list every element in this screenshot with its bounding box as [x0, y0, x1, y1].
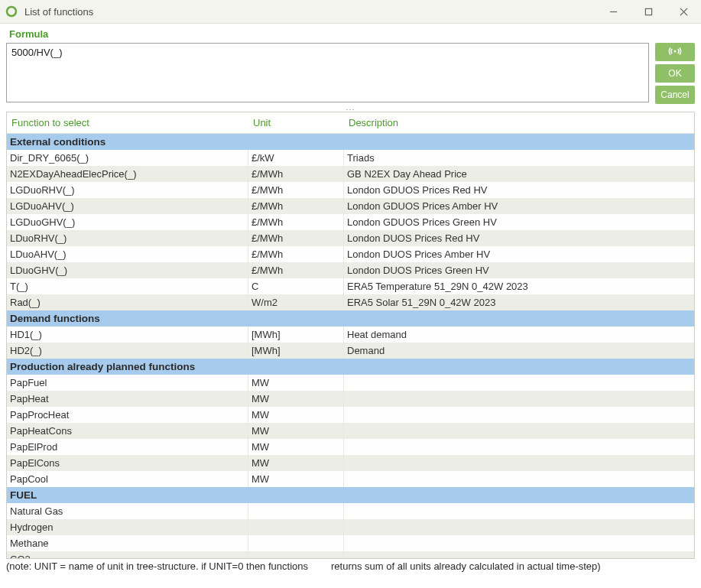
footer-note-b: returns sum of all units already calcula… — [331, 560, 601, 572]
cell-unit — [248, 535, 344, 551]
cell-function: HD2(_) — [7, 343, 248, 359]
cell-function: CO2 — [7, 551, 248, 558]
table-row[interactable]: T(_)CERA5 Temperature 51_29N 0_42W 2023 — [7, 278, 694, 294]
cell-function: N2EXDayAheadElecPrice(_) — [7, 166, 248, 182]
minimize-button[interactable] — [596, 0, 631, 23]
broadcast-button[interactable] — [655, 43, 695, 61]
header-unit[interactable]: Unit — [248, 117, 344, 128]
broadcast-icon — [668, 46, 682, 59]
cell-description — [344, 519, 694, 535]
cell-function: PapFuel — [7, 375, 248, 391]
header-function[interactable]: Function to select — [7, 117, 248, 128]
cell-function: Rad(_) — [7, 294, 248, 310]
svg-point-5 — [674, 50, 677, 52]
table-row[interactable]: LGDuoRHV(_)£/MWhLondon GDUOS Prices Red … — [7, 182, 694, 198]
cell-function: PapElCons — [7, 455, 248, 471]
cell-unit: £/MWh — [248, 166, 344, 182]
cell-unit: [MWh] — [248, 343, 344, 359]
table-row[interactable]: N2EXDayAheadElecPrice(_)£/MWhGB N2EX Day… — [7, 166, 694, 182]
cell-description — [344, 375, 694, 391]
table-row[interactable]: PapFuelMW — [7, 375, 694, 391]
cell-unit: MW — [248, 375, 344, 391]
cell-description: London DUOS Prices Red HV — [344, 230, 694, 246]
table-row[interactable]: HD2(_)[MWh]Demand — [7, 343, 694, 359]
cell-unit — [248, 551, 344, 558]
cell-description — [344, 535, 694, 551]
cell-unit: £/MWh — [248, 182, 344, 198]
splitter-handle[interactable]: ... — [6, 106, 695, 112]
table-row[interactable]: LDuoAHV(_)£/MWhLondon DUOS Prices Amber … — [7, 246, 694, 262]
table-row[interactable]: Dir_DRY_6065(_)£/kWTriads — [7, 150, 694, 166]
table-row[interactable]: LGDuoAHV(_)£/MWhLondon GDUOS Prices Ambe… — [7, 198, 694, 214]
section-header: Production already planned functions — [7, 359, 694, 375]
cell-function: Hydrogen — [7, 519, 248, 535]
cell-function: LDuoGHV(_) — [7, 262, 248, 278]
cell-description — [344, 503, 694, 519]
table-row[interactable]: HD1(_)[MWh]Heat demand — [7, 326, 694, 343]
table-row[interactable]: PapHeatMW — [7, 391, 694, 407]
cell-description: London GDUOS Prices Green HV — [344, 214, 694, 230]
footer-note: (note: UNIT = name of unit in tree-struc… — [6, 560, 695, 572]
cell-function: LGDuoAHV(_) — [7, 198, 248, 214]
functions-table: Function to select Unit Description Exte… — [6, 112, 695, 559]
table-body[interactable]: External conditionsDir_DRY_6065(_)£/kWTr… — [7, 134, 694, 558]
table-row[interactable]: PapElProdMW — [7, 439, 694, 455]
cell-unit: MW — [248, 455, 344, 471]
cell-unit: MW — [248, 423, 344, 439]
cell-function: PapHeatCons — [7, 423, 248, 439]
cell-function: Dir_DRY_6065(_) — [7, 150, 248, 166]
cell-unit: £/MWh — [248, 214, 344, 230]
table-row[interactable]: PapHeatConsMW — [7, 423, 694, 439]
table-row[interactable]: LGDuoGHV(_)£/MWhLondon GDUOS Prices Gree… — [7, 214, 694, 230]
cell-description — [344, 391, 694, 407]
section-header: External conditions — [7, 134, 694, 150]
formula-input[interactable] — [6, 43, 649, 102]
cell-unit: MW — [248, 439, 344, 455]
cell-description — [344, 439, 694, 455]
table-row[interactable]: LDuoRHV(_)£/MWhLondon DUOS Prices Red HV — [7, 230, 694, 246]
cell-description: GB N2EX Day Ahead Price — [344, 166, 694, 182]
section-header: Demand functions — [7, 310, 694, 326]
ok-button[interactable]: OK — [655, 64, 695, 83]
cell-unit: W/m2 — [248, 294, 344, 310]
cell-unit: MW — [248, 391, 344, 407]
app-icon — [5, 5, 18, 18]
footer-note-a: (note: UNIT = name of unit in tree-struc… — [6, 560, 308, 572]
cell-function: PapProcHeat — [7, 407, 248, 423]
cell-function: PapCool — [7, 471, 248, 487]
table-row[interactable]: Methane — [7, 535, 694, 551]
cell-description: ERA5 Temperature 51_29N 0_42W 2023 — [344, 278, 694, 294]
cell-description: London DUOS Prices Amber HV — [344, 246, 694, 262]
cell-function: Methane — [7, 535, 248, 551]
cell-unit: C — [248, 278, 344, 294]
table-row[interactable]: PapCoolMW — [7, 471, 694, 487]
cell-description: London GDUOS Prices Red HV — [344, 182, 694, 198]
header-description[interactable]: Description — [344, 117, 694, 128]
cell-description — [344, 423, 694, 439]
cell-unit — [248, 519, 344, 535]
table-row[interactable]: CO2 — [7, 551, 694, 558]
cell-description — [344, 471, 694, 487]
table-row[interactable]: PapElConsMW — [7, 455, 694, 471]
svg-point-0 — [7, 7, 16, 16]
maximize-button[interactable] — [631, 0, 666, 23]
close-button[interactable] — [666, 0, 701, 23]
formula-buttons: OK Cancel — [655, 43, 695, 104]
table-row[interactable]: PapProcHeatMW — [7, 407, 694, 423]
table-row[interactable]: Natural Gas — [7, 503, 694, 519]
cell-description: London DUOS Prices Green HV — [344, 262, 694, 278]
cell-description: Heat demand — [344, 326, 694, 343]
cell-function: HD1(_) — [7, 326, 248, 343]
table-row[interactable]: Rad(_)W/m2ERA5 Solar 51_29N 0_42W 2023 — [7, 294, 694, 310]
cell-function: LGDuoRHV(_) — [7, 182, 248, 198]
cancel-button[interactable]: Cancel — [655, 86, 695, 104]
cell-unit: MW — [248, 471, 344, 487]
table-row[interactable]: Hydrogen — [7, 519, 694, 535]
cell-function: LDuoAHV(_) — [7, 246, 248, 262]
cell-unit: £/MWh — [248, 230, 344, 246]
cell-function: PapElProd — [7, 439, 248, 455]
table-row[interactable]: LDuoGHV(_)£/MWhLondon DUOS Prices Green … — [7, 262, 694, 278]
cell-function: PapHeat — [7, 391, 248, 407]
cell-description — [344, 407, 694, 423]
formula-label: Formula — [6, 27, 695, 41]
